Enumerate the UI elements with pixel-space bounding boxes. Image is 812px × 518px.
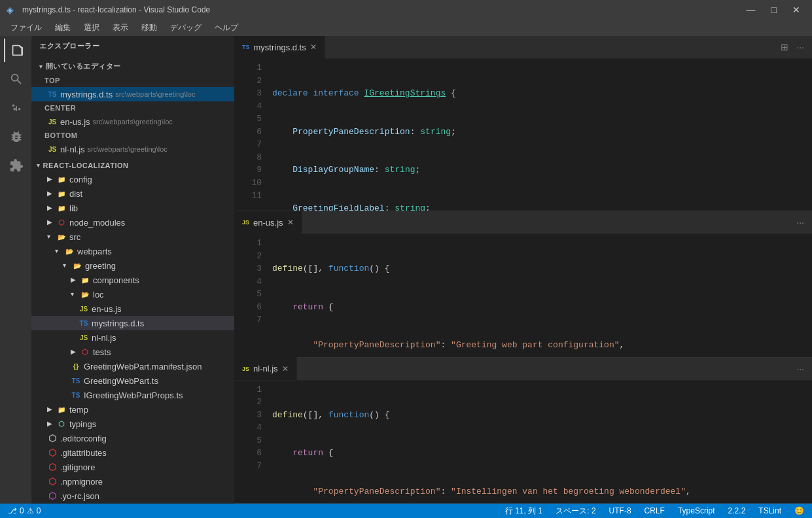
status-tslint[interactable]: TSLint [756,506,784,515]
code-mystrings[interactable]: declare interface IGreetingStrings { Pro… [267,59,765,211]
smiley-icon: 😊 [794,506,804,515]
git-warnings: 0 [37,506,41,515]
chevron-loc: ▾ [71,290,79,298]
folder-icon-config: 📁 [56,174,67,184]
chevron-typings: ▶ [47,420,55,428]
git-branch-icon: ⎇ [8,506,17,515]
file-greetingwebpart[interactable]: TS GreetingWebPart.ts [31,373,234,388]
folder-dist[interactable]: ▶ 📁 dist [31,186,234,201]
menu-go[interactable]: 移動 [136,21,162,35]
folder-webparts[interactable]: ▾ 📂 webparts [31,244,234,258]
yo-icon: ⬡ [47,491,58,501]
menu-bar: ファイル 編集 選択 表示 移動 デバッグ ヘルプ [0,20,812,36]
tab-close-enus[interactable]: ✕ [287,218,294,227]
folder-tests[interactable]: ▶ ⬡ tests [31,345,234,359]
typings-icon: ⬡ [56,419,67,429]
folder-lib[interactable]: ▶ 📁 lib [31,201,234,215]
menu-help[interactable]: ヘルプ [209,21,243,35]
folder-src[interactable]: ▾ 📂 src [31,230,234,244]
minimap-1 [765,59,804,211]
file-editorconfig[interactable]: ⬡ .editorconfig [31,431,234,445]
file-npmignore[interactable]: ⬡ .npmignore [31,474,234,489]
tab-close-nlnl[interactable]: ✕ [282,364,289,373]
more-actions-button-2[interactable]: ··· [794,216,807,229]
folder-node-modules[interactable]: ▶ ⬡ node_modules [31,215,234,230]
editor-content-mystrings[interactable]: 12345 678910 11 declare interface IGreet… [234,59,812,211]
file-igreetingprops[interactable]: TS IGreetingWebPartProps.ts [31,388,234,402]
close-button[interactable]: ✕ [787,3,805,16]
code-nlnl[interactable]: define([], function() { return { "Proper… [267,381,765,504]
source-control-activity-icon[interactable] [4,96,27,120]
folder-typings[interactable]: ▶ ⬡ typings [31,417,234,431]
debug-activity-icon[interactable] [4,125,27,148]
extensions-activity-icon[interactable] [4,154,27,177]
code-enus[interactable]: define([], function() { return { "Proper… [267,234,765,357]
git-branch-status[interactable]: ⎇ 0 ⚠ 0 [5,506,43,515]
editor-content-nlnl[interactable]: 1234567 define([], function() { return {… [234,381,812,504]
more-actions-button-3[interactable]: ··· [794,362,807,375]
tab-bar-2: JS en-us.js ✕ ··· [234,211,812,234]
status-spaces[interactable]: スペース: 2 [553,506,598,517]
line-numbers-3: 1234567 [234,381,267,504]
scrollbar-2[interactable] [804,234,812,357]
line-numbers-1: 12345 678910 11 [234,59,267,211]
status-encoding[interactable]: UTF-8 [607,506,634,515]
editor-content-enus[interactable]: 1234567 define([], function() { return {… [234,234,812,357]
chevron-temp: ▶ [47,406,55,413]
ts-icon-igwp: TS [71,390,81,400]
file-enus[interactable]: JS en-us.js [31,302,234,316]
folder-greeting[interactable]: ▾ 📂 greeting [31,258,234,273]
open-editors-label[interactable]: ▾ 開いているエディター [31,59,234,74]
json-icon: {} [71,361,81,371]
file-gitignore[interactable]: ⬡ .gitignore [31,460,234,474]
folder-loc[interactable]: ▾ 📂 loc [31,287,234,302]
maximize-button[interactable]: □ [766,3,782,16]
minimize-button[interactable]: — [741,3,761,16]
folder-icon-dist: 📁 [56,188,67,199]
status-version[interactable]: 2.2.2 [726,506,749,515]
status-line-col[interactable]: 行 11, 列 1 [503,506,545,517]
status-line-ending[interactable]: CRLF [642,506,667,515]
status-language[interactable]: TypeScript [675,506,718,515]
split-editor-button[interactable]: ⊞ [778,41,791,54]
js-file-icon: JS [47,116,58,127]
menu-select[interactable]: 選択 [79,21,105,35]
status-bar: ⎇ 0 ⚠ 0 行 11, 列 1 スペース: 2 UTF-8 CRLF Typ… [0,504,812,518]
folder-components[interactable]: ▶ 📁 components [31,273,234,287]
scrollbar-1[interactable] [804,59,812,211]
open-editor-nlnl[interactable]: JS nl-nl.js src\webparts\greeting\loc [31,142,234,156]
chevron-webparts: ▾ [55,247,63,255]
menu-edit[interactable]: 編集 [50,21,76,35]
files-activity-icon[interactable] [4,39,27,62]
menu-debug[interactable]: デバッグ [165,21,207,35]
project-root[interactable]: ▾ REACT-LOCALIZATION [31,159,234,172]
tab-filename-enus: en-us.js [253,218,283,228]
folder-config[interactable]: ▶ 📁 config [31,172,234,186]
file-manifest[interactable]: {} GreetingWebPart.manifest.json [31,359,234,373]
menu-file[interactable]: ファイル [5,21,47,35]
search-activity-icon[interactable] [4,67,27,91]
spaces-text: スペース: 2 [556,506,595,517]
sidebar-content[interactable]: ▾ 開いているエディター TOP TS mystrings.d.ts src\w… [31,56,234,504]
open-editor-mystrings[interactable]: TS mystrings.d.ts src\webparts\greeting\… [31,87,234,101]
editorconfig-icon: ⬡ [47,433,58,443]
menu-view[interactable]: 表示 [107,21,133,35]
open-editor-enus[interactable]: JS en-us.js src\webparts\greeting\loc [31,114,234,129]
tab-mystrings[interactable]: TS mystrings.d.ts ✕ [234,36,325,59]
editor-area: TS mystrings.d.ts ✕ ⊞ ··· 12345 678910 1… [234,36,812,504]
tab-bar-3: JS nl-nl.js ✕ ··· [234,358,812,381]
git-icon-attr: ⬡ [47,447,58,458]
tab-nlnl[interactable]: JS nl-nl.js ✕ [234,357,297,380]
file-mystrings[interactable]: TS mystrings.d.ts [31,316,234,330]
folder-temp[interactable]: ▶ 📁 temp [31,402,234,417]
file-yorc[interactable]: ⬡ .yo-rc.json [31,489,234,503]
tab-close-mystrings[interactable]: ✕ [310,43,317,52]
scrollbar-3[interactable] [804,381,812,504]
status-emoji[interactable]: 😊 [792,506,807,515]
status-right: 行 11, 列 1 スペース: 2 UTF-8 CRLF TypeScript … [503,506,807,517]
more-actions-button[interactable]: ··· [794,41,807,54]
file-nlnl[interactable]: JS nl-nl.js [31,330,234,345]
file-gitattributes[interactable]: ⬡ .gitattributes [31,445,234,460]
js-icon-enus: JS [79,303,89,314]
tab-enus[interactable]: JS en-us.js ✕ [234,211,302,234]
